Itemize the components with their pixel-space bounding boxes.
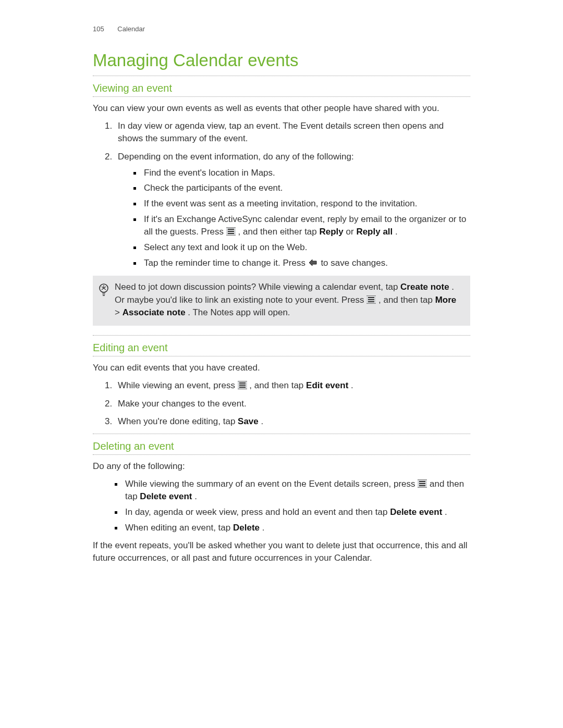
bullet: Find the event's location in Maps. (133, 167, 470, 180)
menu-icon (418, 479, 427, 488)
deleting-outro: If the event repeats, you'll be asked wh… (93, 539, 470, 564)
divider (93, 96, 470, 97)
editing-steps: While viewing an event, press , and then… (93, 379, 470, 428)
section-heading-viewing: Viewing an event (93, 82, 470, 94)
lightbulb-icon (98, 281, 115, 319)
step-1: In day view or agenda view, tap an event… (115, 120, 470, 145)
step-2: Depending on the event information, do a… (115, 151, 470, 270)
divider (93, 356, 470, 356)
menu-icon (226, 227, 236, 236)
deleting-bullets: While viewing the summary of an event on… (93, 478, 470, 535)
page-header: 105 Calendar (93, 25, 470, 33)
page-title: Managing Calendar events (93, 51, 470, 70)
step-2: Make your changes to the event. (115, 398, 470, 411)
tip-text: Need to jot down discussion points? Whil… (115, 281, 463, 319)
divider (93, 454, 470, 455)
section-heading-deleting: Deleting an event (93, 440, 470, 452)
divider (93, 76, 470, 76)
bullet: If it's an Exchange ActiveSync calendar … (133, 213, 470, 239)
step-3: When you're done editing, tap Save . (115, 415, 470, 428)
bullet: Check the participants of the event. (133, 182, 470, 195)
menu-icon (238, 381, 247, 389)
bullet: Tap the reminder time to change it. Pres… (133, 257, 470, 271)
step-1: While viewing an event, press , and then… (115, 379, 470, 392)
bullet: In day, agenda or week view, press and h… (115, 506, 470, 519)
back-icon (308, 258, 319, 271)
divider (93, 335, 470, 336)
section-heading-editing: Editing an event (93, 342, 470, 354)
editing-intro: You can edit events that you have create… (93, 362, 470, 374)
menu-icon (366, 295, 376, 304)
divider (93, 434, 470, 434)
viewing-intro: You can view your own events as well as … (93, 102, 470, 115)
bullet: Select any text and look it up on the We… (133, 241, 470, 254)
section-name: Calendar (117, 25, 145, 33)
tip-box: Need to jot down discussion points? Whil… (93, 276, 470, 326)
viewing-steps: In day view or agenda view, tap an event… (93, 120, 470, 270)
page-number: 105 (93, 25, 104, 33)
deleting-intro: Do any of the following: (93, 460, 470, 473)
manual-page: 105 Calendar Managing Calendar events Vi… (0, 0, 563, 728)
bullet: If the event was sent as a meeting invit… (133, 198, 470, 211)
bullet: While viewing the summary of an event on… (115, 478, 470, 503)
bullet: When editing an event, tap Delete . (115, 522, 470, 535)
step-2-bullets: Find the event's location in Maps. Check… (118, 167, 470, 270)
